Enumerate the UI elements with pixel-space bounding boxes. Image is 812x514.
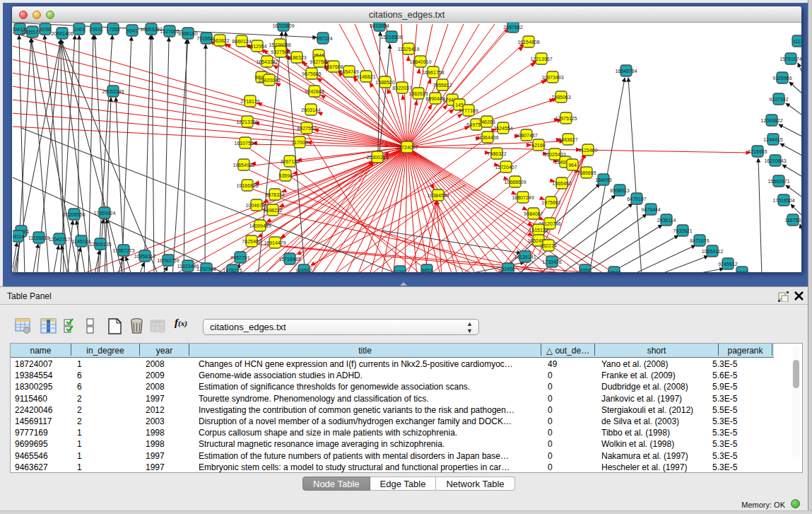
svg-text:20931: 20931 bbox=[89, 27, 103, 32]
svg-text:11923446: 11923446 bbox=[177, 264, 199, 269]
svg-text:7986322: 7986322 bbox=[487, 151, 506, 156]
svg-text:3624554: 3624554 bbox=[493, 126, 512, 131]
svg-text:9245612: 9245612 bbox=[718, 262, 737, 267]
svg-text:92450: 92450 bbox=[501, 267, 515, 271]
svg-text:164095: 164095 bbox=[595, 177, 611, 182]
svg-text:39114: 39114 bbox=[13, 234, 25, 239]
svg-text:12093822: 12093822 bbox=[760, 118, 782, 123]
svg-text:9146821: 9146821 bbox=[356, 74, 375, 79]
svg-text:8186323: 8186323 bbox=[287, 55, 306, 60]
svg-text:9329966: 9329966 bbox=[772, 76, 792, 81]
svg-text:8660124: 8660124 bbox=[232, 39, 251, 44]
svg-text:9115460: 9115460 bbox=[579, 148, 598, 153]
svg-text:10046789: 10046789 bbox=[245, 203, 267, 208]
svg-text:21364436: 21364436 bbox=[476, 135, 498, 140]
svg-text:8215955: 8215955 bbox=[748, 149, 767, 154]
svg-text:8322037: 8322037 bbox=[392, 86, 411, 90]
svg-text:10973493: 10973493 bbox=[541, 75, 563, 80]
svg-text:9463627: 9463627 bbox=[558, 137, 577, 142]
svg-text:12042717: 12042717 bbox=[48, 237, 70, 242]
svg-text:1145194: 1145194 bbox=[72, 239, 91, 244]
svg-text:7955812: 7955812 bbox=[433, 83, 452, 88]
svg-text:1527602: 1527602 bbox=[160, 29, 179, 34]
svg-text:11342: 11342 bbox=[394, 269, 407, 273]
svg-text:8813054: 8813054 bbox=[370, 23, 389, 28]
svg-text:7632621: 7632621 bbox=[673, 228, 692, 233]
svg-text:746266: 746266 bbox=[478, 119, 495, 124]
svg-text:12505135: 12505135 bbox=[89, 242, 111, 247]
svg-text:1117: 1117 bbox=[793, 39, 801, 44]
svg-text:8427552: 8427552 bbox=[297, 126, 316, 131]
svg-text:252214: 252214 bbox=[540, 243, 556, 248]
svg-text:16914479: 16914479 bbox=[264, 240, 286, 245]
svg-text:62160: 62160 bbox=[531, 143, 546, 148]
svg-text:1063: 1063 bbox=[73, 27, 85, 32]
svg-text:17016504: 17016504 bbox=[772, 198, 794, 203]
svg-text:7957224: 7957224 bbox=[313, 36, 332, 41]
svg-text:2718176: 2718176 bbox=[240, 99, 259, 104]
svg-text:20691406: 20691406 bbox=[51, 31, 73, 36]
svg-text:15692971: 15692971 bbox=[767, 179, 789, 184]
svg-text:9453: 9453 bbox=[421, 268, 433, 273]
svg-text:8454749: 8454749 bbox=[339, 69, 358, 74]
svg-text:1975692: 1975692 bbox=[541, 200, 560, 205]
svg-text:8966160: 8966160 bbox=[178, 31, 197, 36]
svg-text:9227342: 9227342 bbox=[769, 97, 788, 102]
svg-text:19166825: 19166825 bbox=[236, 183, 258, 188]
svg-text:17957273: 17957273 bbox=[112, 248, 134, 253]
svg-text:16782759: 16782759 bbox=[157, 258, 179, 263]
svg-text:1615132: 1615132 bbox=[529, 228, 548, 233]
svg-text:9341: 9341 bbox=[126, 28, 138, 33]
svg-text:19384554: 19384554 bbox=[427, 193, 449, 198]
svg-text:117004: 117004 bbox=[292, 140, 308, 145]
svg-text:116753: 116753 bbox=[785, 218, 801, 223]
svg-text:9527508: 9527508 bbox=[310, 59, 329, 64]
svg-text:14136141: 14136141 bbox=[514, 255, 536, 259]
svg-text:3267110: 3267110 bbox=[281, 159, 300, 164]
svg-text:8878334: 8878334 bbox=[265, 192, 284, 197]
svg-text:25300215: 25300215 bbox=[366, 155, 388, 160]
svg-text:1362615: 1362615 bbox=[408, 91, 428, 96]
svg-text:7663822: 7663822 bbox=[210, 38, 229, 43]
svg-text:11156819: 11156819 bbox=[28, 235, 49, 240]
svg-text:2087682: 2087682 bbox=[503, 25, 522, 30]
svg-text:964: 964 bbox=[568, 163, 577, 168]
svg-text:2867608: 2867608 bbox=[324, 64, 343, 69]
svg-text:19654922: 19654922 bbox=[233, 163, 254, 168]
svg-text:7485063: 7485063 bbox=[551, 95, 570, 100]
svg-text:15716485: 15716485 bbox=[278, 257, 300, 262]
svg-text:1365492: 1365492 bbox=[552, 181, 571, 186]
svg-text:8471676: 8471676 bbox=[690, 238, 709, 243]
svg-text:1588520: 1588520 bbox=[375, 80, 394, 85]
svg-text:8938913: 8938913 bbox=[610, 188, 629, 193]
svg-text:9084067: 9084067 bbox=[524, 211, 543, 216]
svg-text:9498222: 9498222 bbox=[263, 208, 282, 213]
svg-text:20206556: 20206556 bbox=[63, 212, 85, 217]
svg-text:17355: 17355 bbox=[106, 27, 120, 32]
svg-text:23420046: 23420046 bbox=[258, 78, 280, 83]
svg-text:10807487: 10807487 bbox=[515, 133, 537, 138]
svg-text:6479197: 6479197 bbox=[627, 197, 646, 201]
svg-text:29053346: 29053346 bbox=[102, 89, 124, 94]
svg-text:18724007: 18724007 bbox=[396, 145, 418, 150]
svg-text:16154808: 16154808 bbox=[517, 40, 539, 45]
svg-text:10688609: 10688609 bbox=[504, 180, 526, 185]
svg-text:10653287: 10653287 bbox=[140, 27, 162, 32]
svg-text:9777169: 9777169 bbox=[459, 108, 478, 113]
svg-text:9156: 9156 bbox=[40, 27, 51, 32]
svg-text:16961758: 16961758 bbox=[422, 70, 444, 75]
svg-text:9327500: 9327500 bbox=[271, 49, 290, 54]
svg-text:16543382: 16543382 bbox=[256, 59, 278, 64]
svg-text:17359924: 17359924 bbox=[93, 211, 115, 216]
svg-text:924502: 924502 bbox=[295, 268, 312, 273]
svg-text:1643: 1643 bbox=[736, 270, 748, 273]
svg-text:1292346: 1292346 bbox=[196, 267, 216, 271]
svg-text:10958117: 10958117 bbox=[134, 254, 156, 259]
svg-text:9242848: 9242848 bbox=[305, 89, 324, 94]
svg-text:18807249: 18807249 bbox=[512, 195, 534, 200]
svg-text:145: 145 bbox=[455, 103, 464, 107]
svg-text:9457791: 9457791 bbox=[230, 255, 249, 260]
svg-text:14099489: 14099489 bbox=[249, 223, 271, 228]
svg-text:12213369: 12213369 bbox=[236, 119, 258, 124]
svg-text:16210643: 16210643 bbox=[764, 158, 786, 163]
